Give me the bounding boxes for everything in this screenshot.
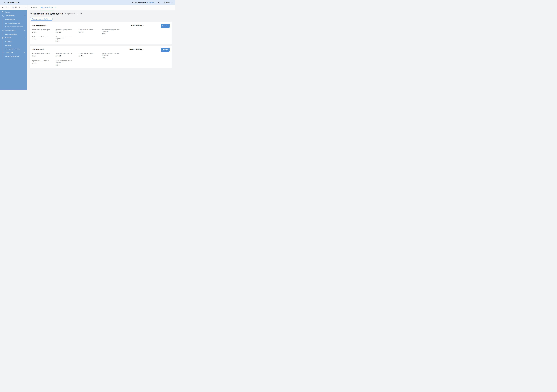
payment-period-filter[interactable]: Период оплаты: Любой: [30, 17, 52, 21]
spec-value: 1 Шт.: [32, 39, 56, 40]
per-page-text: На странице: 2: [65, 13, 75, 15]
price-value: 120.00 RUB/год: [130, 48, 142, 50]
order-button[interactable]: Заказать: [161, 48, 170, 52]
sidebar-group-finance: Платежи Расходы Автопродление услуг: [3, 40, 27, 51]
filter-label: Период оплаты: Любой: [32, 18, 48, 20]
sidebar-group-users: Пользователи Роли пользователей Настройк…: [3, 18, 27, 29]
search-icon[interactable]: [25, 7, 27, 8]
spec-item: Количество процессоров 8 Шт.: [32, 29, 56, 35]
zoom-in-icon[interactable]: [15, 7, 17, 8]
sidebar-section-statistics[interactable]: Статистика: [0, 51, 27, 54]
spec-label: Количество процессоров: [32, 53, 54, 54]
spec-value: 2 Шт.: [56, 40, 79, 42]
sidebar-item-label: Автопродление услуг: [5, 48, 20, 50]
spec-item: Количество приватных образов ОС 2 Шт.: [56, 36, 79, 42]
sidebar-section-products[interactable]: Товары/Услуги: [0, 29, 27, 32]
toolbar: [0, 5, 27, 10]
globe-icon[interactable]: [80, 13, 82, 15]
spec-label: Оперативная память: [79, 29, 101, 31]
top-bar: ASTRA CLOUD Баланс:129.48 RUB, пополнить: [0, 0, 175, 5]
sidebar-section-label: Статистика: [5, 52, 13, 53]
tab-home[interactable]: Главная: [31, 5, 37, 10]
sidebar-section-finance[interactable]: Финансы: [0, 36, 27, 40]
spec-value: 100 ГиБ: [56, 31, 79, 33]
sidebar-item-virtual-dc[interactable]: Виртуальный ДЦ: [3, 32, 27, 36]
price-dropdown[interactable]: 0.00 RUB/год: [131, 24, 144, 26]
spec-item: Публичные IPv4-адреса 1 Шт.: [32, 36, 56, 42]
order-button[interactable]: Заказать: [161, 24, 170, 28]
spec-value: 16 ГиБ: [79, 31, 102, 33]
back-icon[interactable]: [2, 7, 4, 8]
tree-icon[interactable]: [5, 7, 7, 8]
toolbar-tab-row: Главная Виртуальный дат...: [0, 5, 175, 10]
spec-label: Количество приватных образов ОС: [56, 36, 78, 40]
users-icon: [2, 15, 4, 17]
price-dropdown[interactable]: 120.00 RUB/год: [130, 48, 144, 50]
vdc-card-free: VDC бесплатный 0.00 RUB/год Заказать Кол…: [30, 22, 172, 44]
coins-icon: [2, 37, 4, 39]
spec-label: Количество приватных образов ОС: [56, 60, 78, 64]
sidebar-item-label: Виртуальный ДЦ: [5, 33, 17, 35]
balance-text: Баланс:129.48 RUB,: [132, 2, 147, 3]
page-header: Виртуальный дата-центр На странице: 2: [30, 12, 172, 16]
refresh-icon[interactable]: [76, 13, 78, 15]
user-menu[interactable]: client1: [163, 1, 173, 4]
spec-grid: Количество процессоров 8 Шт. Дисковое пр…: [32, 53, 170, 66]
client-icon: [2, 11, 4, 13]
clipboard-list-icon[interactable]: [12, 7, 14, 8]
spec-label: Публичные IPv4-адреса: [32, 60, 54, 62]
close-icon[interactable]: [55, 7, 56, 8]
spec-value: 5 Шт.: [102, 57, 170, 58]
balance-value: 129.48 RUB,: [138, 2, 147, 3]
sidebar-item-visit-log[interactable]: Журнал посещений: [3, 54, 27, 58]
spec-item: Дисковое пространство 200 ГиБ: [56, 53, 79, 58]
spec-label: Дисковое пространство: [56, 53, 78, 54]
sidebar-item-label: Роли пользователей: [5, 22, 20, 24]
topup-link[interactable]: пополнить: [147, 2, 155, 3]
star-icon[interactable]: [8, 7, 10, 8]
sidebar-item-auto-renewal[interactable]: Автопродление услуг: [3, 47, 27, 51]
per-page-value: 2: [74, 13, 75, 15]
sidebar: Клиент Пользователи Пользователи Роли по…: [0, 10, 27, 90]
spec-item: Количество процессоров 8 Шт.: [32, 53, 56, 58]
zoom-out-icon[interactable]: [18, 7, 20, 8]
sidebar-item-label: Настройки пользователя: [5, 26, 23, 28]
chevron-down-icon: [172, 2, 173, 3]
chevron-down-icon: [143, 49, 144, 50]
spec-item: Оперативная память 16 ГиБ: [79, 53, 102, 58]
sidebar-item-label: Пользователи: [5, 19, 15, 20]
tab-virtual-datacenter[interactable]: Виртуальный дат...: [41, 5, 56, 10]
sidebar-section-label: Финансы: [5, 37, 11, 39]
datacenter-icon: [30, 13, 32, 15]
card-title: VDC бесплатный: [32, 24, 46, 27]
chevron-up-icon: [24, 15, 25, 16]
brand-logo[interactable]: ASTRA CLOUD: [3, 1, 19, 4]
spec-value: 200 ГиБ: [56, 55, 79, 57]
basket-icon: [2, 29, 4, 32]
sidebar-item-user-roles[interactable]: Роли пользователей: [3, 21, 27, 25]
sidebar-item-payments[interactable]: Платежи: [3, 40, 27, 43]
sidebar-item-expenses[interactable]: Расходы: [3, 43, 27, 47]
chevron-up-icon: [24, 30, 25, 31]
spec-label: Публичные IPv4-адреса: [32, 36, 54, 38]
sidebar-group-statistics: Журнал посещений: [3, 54, 27, 58]
spec-label: Дисковое пространство: [56, 29, 78, 31]
spec-value: 3 Шт.: [102, 33, 170, 35]
sidebar-section-label: Пользователи: [5, 15, 15, 16]
card-title: VDC платный: [32, 48, 44, 50]
chevron-down-icon: [143, 24, 144, 26]
spec-item: Количество виртуальных серверов 3 Шт.: [102, 29, 170, 35]
sidebar-section-users[interactable]: Пользователи: [0, 14, 27, 18]
sidebar-item-label: Расходы: [5, 44, 11, 46]
astra-logo-icon: [3, 1, 6, 4]
sidebar-item-users[interactable]: Пользователи: [3, 18, 27, 21]
chevron-down-icon: [24, 11, 25, 13]
spec-label: Количество процессоров: [32, 29, 54, 31]
chevron-up-icon: [24, 37, 25, 38]
sidebar-section-client[interactable]: Клиент: [0, 10, 27, 14]
spec-item: Количество приватных образов ОС 2 Шт.: [56, 60, 79, 66]
sidebar-item-user-settings[interactable]: Настройки пользователя: [3, 25, 27, 29]
spec-item: Публичные IPv4-адреса 4 Шт.: [32, 60, 56, 66]
support-headset-icon[interactable]: [158, 1, 160, 4]
chevron-up-icon: [24, 52, 25, 53]
